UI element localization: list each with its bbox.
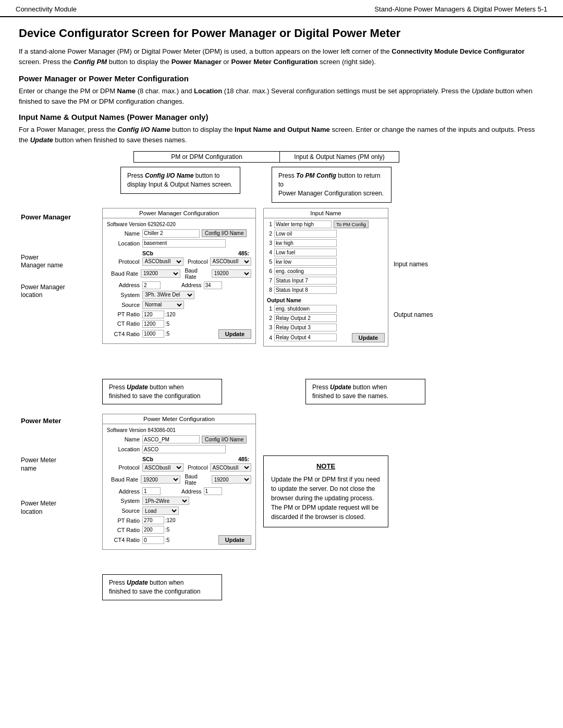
out-row-2: 2 bbox=[267, 314, 385, 322]
pm-meter-config-io-btn[interactable]: Config I/O Name bbox=[202, 436, 247, 443]
pm-system-select[interactable]: 3Ph. 3Wire Del bbox=[142, 291, 194, 299]
main-content: Device Configurator Screen for Power Man… bbox=[0, 17, 563, 611]
pm-protocol-label2: Protocol bbox=[188, 258, 208, 265]
io-row-2: 2 bbox=[267, 230, 385, 238]
io-update-btn[interactable]: Update bbox=[352, 333, 385, 342]
scb-485-label: 485: bbox=[196, 250, 252, 256]
io-input-4[interactable] bbox=[274, 249, 337, 256]
pm-meter-protocol-label: Protocol bbox=[107, 464, 142, 471]
io-input-6[interactable] bbox=[274, 267, 337, 275]
io-input-5[interactable] bbox=[274, 258, 337, 266]
pm-address-input2[interactable] bbox=[204, 281, 222, 289]
out-input-4[interactable] bbox=[274, 334, 337, 341]
top-label-right: Input & Output Names (PM only) bbox=[279, 151, 399, 163]
io-input-8[interactable] bbox=[274, 286, 337, 294]
pm-meter-bottom-callout: Press Update button whenfinished to save… bbox=[102, 574, 222, 600]
pm-protocol-select2[interactable]: ASCObusII bbox=[210, 257, 251, 266]
pm-ct-row: CT Ratio :5 bbox=[107, 320, 251, 328]
pm-meter-protocol-select2[interactable]: ASCObusII bbox=[210, 463, 251, 472]
pm-meter-baud-select2[interactable]: 19200 bbox=[212, 475, 251, 484]
pm-meter-software-ver: Software Version 843086-001 bbox=[107, 427, 251, 433]
io-row-8: 8 bbox=[267, 286, 385, 294]
header-left: Connectivity Module bbox=[16, 5, 77, 13]
out-input-1[interactable] bbox=[274, 305, 337, 313]
pm-meter-ct-input[interactable] bbox=[142, 526, 164, 534]
pm-pt-input[interactable] bbox=[142, 311, 164, 318]
pm-meter-address-label2: Address bbox=[181, 488, 202, 495]
top-labels: PM or DPM Configuration Input & Output N… bbox=[133, 151, 544, 163]
pm-meter-name-row: Name Config I/O Name bbox=[107, 435, 251, 443]
pm-address-input[interactable] bbox=[142, 281, 161, 289]
out-input-2[interactable] bbox=[274, 314, 337, 322]
pm-update-btn[interactable]: Update bbox=[218, 329, 251, 339]
pm-location-input[interactable] bbox=[142, 239, 226, 248]
pm-meter-name-input[interactable] bbox=[142, 435, 200, 443]
config-io-name-btn[interactable]: Config I/O Name bbox=[202, 229, 247, 237]
pm-baud-select[interactable]: 19200 bbox=[141, 269, 180, 278]
power-meter-label: Power Meter bbox=[21, 417, 61, 425]
pm-source-select[interactable]: Normal bbox=[142, 301, 184, 309]
io-input-2[interactable] bbox=[274, 230, 337, 238]
pm-baud-select2[interactable]: 19200 bbox=[212, 269, 251, 278]
pm-ct-colon: :5 bbox=[165, 321, 169, 327]
pm-pt-label: PT Ratio bbox=[107, 311, 142, 317]
pm-name-annotation: PowerManager name bbox=[21, 254, 63, 270]
io-input-7[interactable] bbox=[274, 277, 337, 285]
pm-meter-location-input[interactable] bbox=[142, 445, 226, 453]
pm-meter-location-row: Location bbox=[107, 445, 251, 453]
bottom-callouts: Press Update button whenfinished to save… bbox=[102, 379, 544, 405]
pm-ct4-input[interactable] bbox=[142, 330, 164, 338]
pm-protocol-label: Protocol bbox=[107, 258, 142, 265]
pm-name-input[interactable] bbox=[142, 229, 200, 238]
pm-baud-label2: Baud Rate bbox=[185, 267, 209, 280]
callout-right: Press To PM Config button to return toPo… bbox=[272, 167, 391, 202]
pm-pt-row: PT Ratio :120 bbox=[107, 311, 251, 318]
pm-protocol-select[interactable]: ASCObusII bbox=[142, 257, 183, 266]
intro-para: If a stand-alone Power Manager (PM) or D… bbox=[19, 46, 544, 67]
pm-pt-colon: :120 bbox=[165, 312, 175, 317]
pm-meter-source-row: Source Load bbox=[107, 507, 251, 515]
pm-ct-label: CT Ratio bbox=[107, 320, 142, 327]
pm-meter-name-label: Name bbox=[107, 436, 142, 442]
io-input-1[interactable] bbox=[274, 220, 332, 228]
output-names-ann: Output names bbox=[394, 311, 451, 319]
pm-meter-address-label: Address bbox=[107, 488, 142, 495]
pm-address-label2: Address bbox=[181, 282, 202, 288]
power-manager-label: Power Manager bbox=[21, 213, 71, 221]
pm-system-label: System bbox=[107, 292, 142, 298]
pm-meter-ct-colon: :5 bbox=[165, 527, 169, 533]
pm-software-ver: Software Version 629262-020 bbox=[107, 221, 251, 227]
pm-meter-baud-label2: Baud Rate bbox=[185, 473, 209, 486]
pm-meter-name-ann: Power Metername bbox=[21, 456, 56, 473]
note-box: NOTE Update the PM or DPM first if you n… bbox=[263, 455, 388, 527]
section2-para: For a Power Manager, press the Config I/… bbox=[19, 125, 544, 145]
pm-meter-protocol-row: Protocol ASCObusII Protocol ASCObusII bbox=[107, 463, 251, 472]
pm-meter-ct4-input[interactable] bbox=[142, 536, 164, 544]
pm-meter-system-select[interactable]: 1Ph-2Wire bbox=[142, 497, 189, 505]
pm-meter-baud-label: Baud Rate bbox=[107, 476, 141, 483]
pm-name-row: Name Config I/O Name bbox=[107, 229, 251, 238]
main-title: Device Configurator Screen for Power Man… bbox=[19, 27, 544, 40]
pm-ct-input[interactable] bbox=[142, 320, 164, 328]
pm-meter-address-input[interactable] bbox=[142, 487, 161, 495]
io-row-5: 5 bbox=[267, 258, 385, 266]
pm-meter-update-btn[interactable]: Update bbox=[218, 535, 251, 545]
pm-location-row: Location bbox=[107, 239, 251, 248]
pm-meter-baud-select[interactable]: 19200 bbox=[141, 475, 180, 484]
to-pm-config-btn[interactable]: To PM Config bbox=[334, 220, 369, 228]
pm-meter-address-input2[interactable] bbox=[204, 487, 222, 495]
pm-meter-location-ann: Power Meterlocation bbox=[21, 500, 56, 516]
pm-ct4-colon: :5 bbox=[165, 331, 169, 337]
pm-config-title: Power Manager Configuration bbox=[103, 208, 255, 218]
pm-meter-source-select[interactable]: Load bbox=[142, 507, 179, 515]
header-right: Stand-Alone Power Managers & Digital Pow… bbox=[374, 5, 547, 13]
io-row-4: 4 bbox=[267, 249, 385, 256]
pm-meter-pt-input[interactable] bbox=[142, 516, 164, 524]
pm-meter-protocol-select[interactable]: ASCObusII bbox=[142, 463, 183, 472]
out-input-3[interactable] bbox=[274, 324, 337, 331]
bottom-callout-right: Press Update button whenfinished to save… bbox=[305, 379, 425, 405]
input-names-ann: Input names bbox=[394, 260, 451, 269]
io-input-3[interactable] bbox=[274, 239, 337, 247]
pm-meter-baud-row: Baud Rate 19200 Baud Rate 19200 bbox=[107, 473, 251, 486]
pm-meter-pt-row: PT Ratio :120 bbox=[107, 516, 251, 524]
